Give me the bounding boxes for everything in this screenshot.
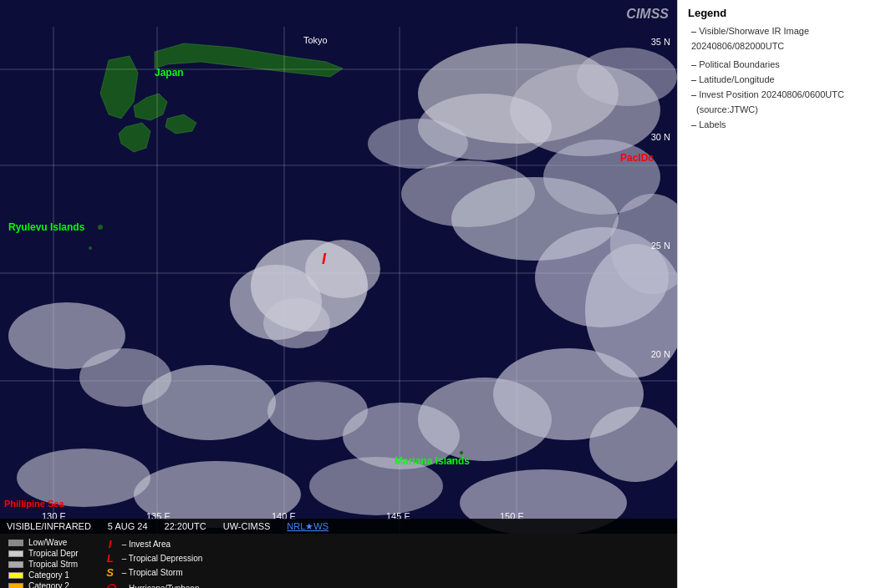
source-label: UW-CIMSS	[223, 521, 271, 531]
legend-timestamp: 20240806/082000UTC	[691, 41, 871, 51]
legend-td: L – Tropical Depression	[104, 552, 203, 565]
cat1-label: Category 1	[28, 570, 69, 580]
ts-symbol-label: – Tropical Storm	[122, 568, 183, 577]
mariana-label: Mariana Islands	[395, 455, 470, 467]
td-symbol-label: – Tropical Depression	[122, 554, 203, 563]
legend-labels: Labels	[688, 119, 871, 129]
low-wave-label: Low/Wave	[28, 538, 67, 547]
ts-symbol: S	[104, 566, 117, 579]
tokyo-label: Tokyo	[303, 35, 328, 45]
image-type-label: VISIBLE/INFRARED	[7, 521, 91, 531]
lat-label-35n: 35 N	[651, 37, 670, 47]
hurricane-symbol: ⊙	[104, 580, 117, 588]
status-bar: VISIBLE/INFRARED 5 AUG 24 22:20UTC UW-CI…	[0, 519, 677, 534]
japan-label: Japan	[155, 67, 184, 79]
legend-political: Political Boundaries	[688, 59, 871, 69]
tropical-depr-label: Tropical Depr	[28, 549, 79, 558]
symbol-scale: I – Invest Area L – Tropical Depression …	[104, 538, 203, 588]
nrl-link[interactable]: NRL★WS	[287, 521, 328, 532]
intensity-scale: Low/Wave Tropical Depr Tropical Strm Cat…	[8, 538, 79, 588]
legend-title: Legend	[688, 7, 871, 19]
main-container: CIMSS 35 N 30 N 25 N 20 N 130 E 135 E 14…	[0, 0, 881, 588]
legend-lat-lon: Latitude/Longitude	[688, 74, 871, 84]
td-symbol: L	[104, 552, 117, 565]
invest-marker: I	[322, 251, 326, 268]
legend-hurricane: ⊙ – Hurricane/Typhoon	[104, 580, 203, 588]
legend-ts: S – Tropical Storm	[104, 566, 203, 579]
invest-symbol-label: – Invest Area	[122, 540, 171, 549]
legend-cat2: Category 2	[8, 581, 79, 588]
cimss-logo: CIMSS	[626, 7, 669, 22]
hurricane-symbol-label: – Hurricane/Typhoon	[122, 584, 200, 588]
date-label: 5 AUG 24	[108, 521, 148, 531]
legend-tropical-depr: Tropical Depr	[8, 549, 79, 558]
invest-symbol: I	[104, 538, 117, 550]
legend-image-type: Visible/Shorwave IR Image	[688, 26, 871, 36]
cat1-color	[8, 572, 23, 579]
cat2-label: Category 2	[28, 581, 69, 588]
low-wave-color	[8, 540, 23, 546]
legend-tropical-strm: Tropical Strm	[8, 560, 79, 569]
lat-label-30n: 30 N	[651, 132, 670, 142]
map-section: CIMSS 35 N 30 N 25 N 20 N 130 E 135 E 14…	[0, 0, 677, 588]
legend-invest-pos: Invest Position 20240806/0600UTC	[688, 89, 871, 99]
legend-invest: I – Invest Area	[104, 538, 203, 550]
tropical-strm-label: Tropical Strm	[28, 560, 78, 569]
pacific-label: PacIDc	[620, 152, 654, 164]
philippine-sea-label: Phillipine Sea	[4, 499, 64, 509]
map-background	[0, 0, 677, 588]
cat2-color	[8, 583, 23, 589]
bottom-legend-bar: Low/Wave Tropical Depr Tropical Strm Cat…	[0, 534, 677, 588]
ryukyu-label: Ryulevu Islands	[8, 221, 84, 233]
legend-cat1: Category 1	[8, 570, 79, 580]
lat-label-20n: 20 N	[651, 349, 670, 359]
tropical-depr-color	[8, 550, 23, 557]
legend-low-wave: Low/Wave	[8, 538, 79, 547]
legend-invest-source: (source:JTWC)	[696, 104, 871, 114]
legend-panel: Legend Visible/Shorwave IR Image 2024080…	[677, 0, 881, 588]
lat-label-25n: 25 N	[651, 241, 670, 251]
tropical-strm-color	[8, 561, 23, 568]
time-label: 22:20UTC	[165, 521, 206, 531]
